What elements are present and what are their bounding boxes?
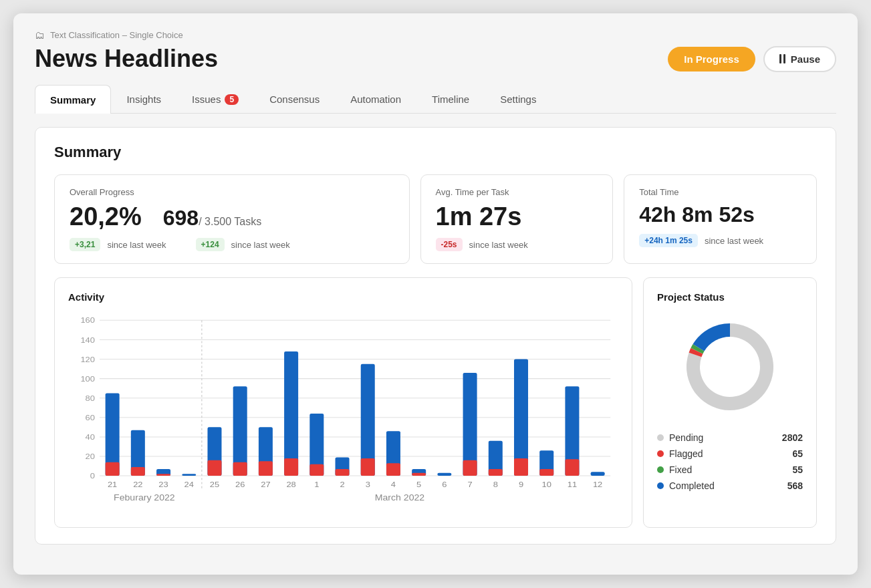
svg-rect-64 xyxy=(514,359,528,476)
svg-text:Feburary 2022: Feburary 2022 xyxy=(114,493,175,502)
svg-text:27: 27 xyxy=(261,480,271,488)
page-title: News Headlines xyxy=(35,45,218,73)
svg-rect-59 xyxy=(463,460,477,476)
content-panel: Summary Overall Progress 20,2% 698/ 3.50… xyxy=(35,127,836,545)
svg-text:4: 4 xyxy=(391,480,396,488)
svg-text:160: 160 xyxy=(80,316,95,325)
tab-issues[interactable]: Issues 5 xyxy=(176,85,254,113)
tab-settings[interactable]: Settings xyxy=(485,85,551,113)
svg-rect-42 xyxy=(309,464,324,476)
svg-rect-48 xyxy=(361,458,375,476)
legend-dot xyxy=(657,434,664,441)
svg-rect-65 xyxy=(514,458,528,476)
svg-rect-38 xyxy=(284,351,298,476)
svg-rect-62 xyxy=(489,469,503,476)
total-time-value: 42h 8m 52s xyxy=(639,202,801,227)
legend-value: 568 xyxy=(787,480,803,491)
tab-automation[interactable]: Automation xyxy=(335,85,416,113)
total-time-card: Total Time 42h 8m 52s +24h 1m 25s since … xyxy=(624,174,817,264)
donut-chart-area xyxy=(657,313,803,420)
svg-text:21: 21 xyxy=(108,480,118,488)
legend-item: Completed 568 xyxy=(657,480,803,491)
svg-rect-56 xyxy=(437,473,451,476)
summary-title: Summary xyxy=(54,144,817,161)
legend-item: Flagged 65 xyxy=(657,448,803,459)
svg-text:28: 28 xyxy=(286,480,296,488)
app-window: 🗂 Text Classification – Single Choice Ne… xyxy=(13,13,858,575)
project-status-title: Project Status xyxy=(657,291,803,303)
svg-rect-54 xyxy=(412,473,426,476)
tab-insights[interactable]: Insights xyxy=(111,85,176,113)
svg-rect-68 xyxy=(539,469,553,476)
svg-rect-30 xyxy=(207,460,221,476)
avg-time-value: 1m 27s xyxy=(436,202,598,231)
legend-value: 55 xyxy=(792,464,803,475)
svg-text:1: 1 xyxy=(314,480,319,488)
legend-item: Fixed 55 xyxy=(657,464,803,475)
header-actions: In Progress Pause xyxy=(668,46,836,72)
legend-dot xyxy=(657,450,664,457)
avg-time-label: Avg. Time per Task xyxy=(436,187,598,197)
tab-consensus[interactable]: Consensus xyxy=(254,85,335,113)
legend-label: Flagged xyxy=(669,448,703,459)
svg-rect-71 xyxy=(565,459,579,476)
header-row: News Headlines In Progress Pause xyxy=(35,45,836,73)
overall-percent: 20,2% xyxy=(70,202,142,231)
legend-value: 65 xyxy=(792,448,803,459)
svg-text:23: 23 xyxy=(158,480,168,488)
svg-text:25: 25 xyxy=(210,480,220,488)
svg-text:9: 9 xyxy=(519,480,523,488)
svg-rect-73 xyxy=(591,472,605,476)
svg-rect-27 xyxy=(182,474,196,476)
svg-rect-25 xyxy=(156,474,170,476)
legend-item: Pending 2802 xyxy=(657,432,803,443)
overall-footer: +3,21 since last week +124 since last we… xyxy=(70,238,394,251)
pause-button[interactable]: Pause xyxy=(763,46,836,72)
bar-chart: 0204060801001201401602122232425262728123… xyxy=(68,313,618,514)
svg-text:10: 10 xyxy=(542,480,552,488)
svg-rect-39 xyxy=(284,458,298,476)
breadcrumb-text: Text Classification – Single Choice xyxy=(50,30,183,40)
tab-summary[interactable]: Summary xyxy=(35,85,111,114)
project-status-card: Project Status Pending 2802 Flagged 65 F… xyxy=(643,277,817,528)
total-time-footer: +24h 1m 25s since last week xyxy=(639,234,801,247)
svg-text:100: 100 xyxy=(80,374,95,383)
svg-text:60: 60 xyxy=(86,414,96,422)
legend-dot xyxy=(657,482,664,489)
svg-text:80: 80 xyxy=(86,394,96,403)
tabs-bar: Summary Insights Issues 5 Consensus Auto… xyxy=(35,85,836,114)
svg-text:20: 20 xyxy=(86,452,96,461)
svg-rect-36 xyxy=(259,461,273,476)
overall-tasks: 698/ 3.500 Tasks xyxy=(163,206,261,231)
legend-dot xyxy=(657,466,664,473)
activity-title: Activity xyxy=(68,291,618,303)
legend-container: Pending 2802 Flagged 65 Fixed 55 Complet… xyxy=(657,432,803,491)
svg-rect-51 xyxy=(386,463,400,476)
overall-progress-card: Overall Progress 20,2% 698/ 3.500 Tasks … xyxy=(54,174,410,264)
avg-time-card: Avg. Time per Task 1m 27s -25s since las… xyxy=(420,174,614,264)
pause-icon xyxy=(779,54,785,63)
svg-rect-45 xyxy=(336,469,350,476)
percent-badge: +3,21 xyxy=(70,238,100,251)
svg-text:22: 22 xyxy=(133,480,143,488)
svg-text:7: 7 xyxy=(467,480,472,488)
svg-text:26: 26 xyxy=(235,480,245,488)
svg-text:8: 8 xyxy=(493,480,498,488)
svg-text:12: 12 xyxy=(593,480,603,488)
lower-row: Activity 0204060801001201401602122232425… xyxy=(54,277,817,528)
svg-text:5: 5 xyxy=(416,480,421,488)
svg-text:3: 3 xyxy=(366,480,370,488)
svg-text:24: 24 xyxy=(184,480,195,488)
overall-progress-label: Overall Progress xyxy=(70,187,394,197)
svg-text:6: 6 xyxy=(442,480,447,488)
svg-rect-33 xyxy=(233,462,247,476)
legend-label: Pending xyxy=(669,432,703,443)
folder-icon: 🗂 xyxy=(35,29,45,41)
svg-text:120: 120 xyxy=(80,355,95,363)
avg-time-footer: -25s since last week xyxy=(436,238,598,251)
breadcrumb: 🗂 Text Classification – Single Choice xyxy=(35,29,836,41)
tab-timeline[interactable]: Timeline xyxy=(416,85,485,113)
in-progress-button[interactable]: In Progress xyxy=(668,47,755,71)
donut-svg xyxy=(676,313,783,420)
svg-text:0: 0 xyxy=(90,472,95,480)
